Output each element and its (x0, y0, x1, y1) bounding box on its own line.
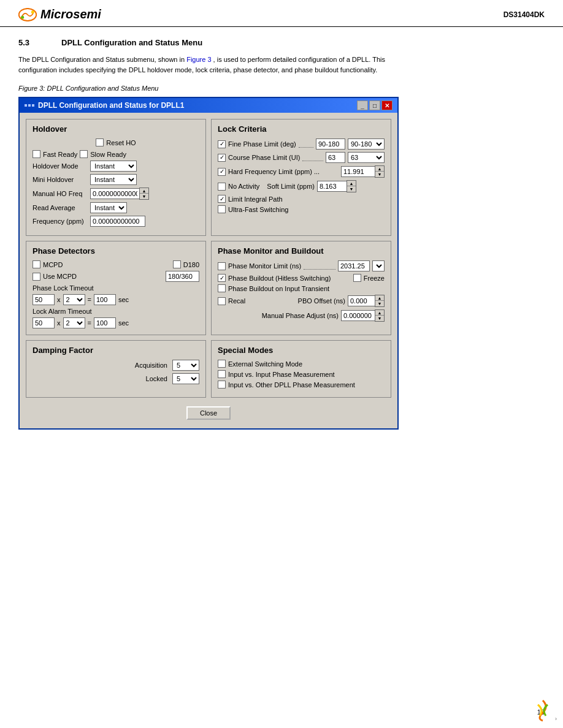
manual-ho-freq-down[interactable]: ▼ (140, 194, 148, 199)
pbo-offset-up[interactable]: ▲ (375, 295, 384, 301)
pbo-offset-down[interactable]: ▼ (375, 301, 384, 306)
hard-freq-spinner-buttons: ▲ ▼ (375, 165, 385, 178)
lat-val2-select[interactable]: 214 (63, 317, 85, 328)
manual-phase-spinner-buttons: ▲ ▼ (375, 309, 385, 322)
fine-phase-checkbox[interactable] (218, 140, 226, 148)
read-average-label: Read Average (33, 204, 88, 211)
course-phase-select[interactable]: 6331 (348, 152, 385, 163)
ready-row: Fast Ready Slow Ready (33, 150, 199, 158)
course-phase-dots (302, 154, 323, 161)
no-activity-label: No Activity (228, 183, 259, 190)
manual-phase-label: Manual Phase Adjust (ns) (262, 312, 339, 319)
mcpd-checkbox[interactable] (33, 260, 40, 268)
lat-result-input[interactable] (94, 317, 116, 328)
phase-monitor-limit-select[interactable]: ▼ (372, 260, 385, 271)
plt-eq-row: x 214 = sec (33, 294, 199, 305)
d180-label: D180 (183, 261, 199, 268)
soft-limit-up[interactable]: ▲ (347, 181, 356, 186)
plt-val1-input[interactable] (33, 294, 55, 305)
hard-freq-input[interactable] (341, 166, 375, 177)
manual-phase-row: Manual Phase Adjust (ns) ▲ ▼ (218, 309, 385, 322)
phase-monitor-limit-checkbox[interactable] (218, 262, 226, 270)
manual-phase-up[interactable]: ▲ (375, 310, 384, 316)
pm-dots (304, 262, 335, 270)
freeze-checkbox[interactable] (353, 274, 361, 282)
soft-limit-down[interactable]: ▼ (347, 186, 356, 192)
mini-holdover-select[interactable]: Instant Averaging (90, 174, 137, 185)
middle-grid: Phase Detectors MCPD D180 Use MCPD (26, 241, 391, 335)
holdover-mode-select[interactable]: Instant Averaging Manual (90, 161, 137, 172)
phase-monitor-limit-input[interactable] (338, 260, 370, 271)
maximize-button[interactable]: □ (369, 100, 380, 110)
holdover-panel: Holdover Reset HO Fast Ready Slow Ready (26, 119, 206, 236)
input-vs-input-row: Input vs. Input Phase Measurement (218, 370, 385, 378)
limit-integral-checkbox[interactable] (218, 195, 226, 203)
manual-phase-down[interactable]: ▼ (375, 316, 384, 321)
ultra-fast-row: Ultra-Fast Switching (218, 205, 385, 213)
window-controls[interactable]: _ □ ✕ (357, 100, 393, 110)
phase-buildout-label: Phase Buildout (Hitless Switching) (228, 275, 331, 282)
soft-limit-input[interactable] (317, 181, 347, 192)
soft-limit-spinner[interactable]: ▲ ▼ (317, 180, 356, 192)
close-button[interactable]: Close (186, 406, 231, 420)
pbo-offset-spinner[interactable]: ▲ ▼ (348, 295, 385, 307)
no-activity-row: No Activity Soft Limit (ppm) ▲ ▼ (218, 180, 385, 192)
fine-phase-select[interactable]: 90-18045-90 (348, 138, 385, 150)
svg-point-1 (31, 10, 34, 13)
hard-freq-up[interactable]: ▲ (375, 166, 384, 172)
manual-phase-spinner[interactable]: ▲ ▼ (341, 309, 385, 322)
lat-unit-label: sec (118, 319, 129, 327)
phase-detectors-panel: Phase Detectors MCPD D180 Use MCPD (26, 241, 206, 335)
slow-ready-checkbox[interactable] (80, 150, 88, 158)
course-phase-checkbox[interactable] (218, 154, 226, 162)
hard-freq-spinner[interactable]: ▲ ▼ (341, 165, 385, 178)
no-activity-checkbox[interactable] (218, 183, 226, 191)
section-number: 5.3 (18, 38, 43, 47)
mcpd-d180-row: MCPD D180 (33, 260, 199, 268)
titlebar-dots (25, 104, 34, 107)
phase-buildout-row: Phase Buildout (Hitless Switching) Freez… (218, 274, 385, 282)
locked-select[interactable]: 51234 (172, 373, 199, 384)
limit-integral-row: Limit Integral Path (218, 195, 385, 203)
d180-checkbox[interactable] (173, 260, 181, 268)
ultra-fast-checkbox[interactable] (218, 205, 226, 213)
pbo-offset-spinner-buttons: ▲ ▼ (375, 295, 385, 307)
lat-val1-input[interactable] (33, 317, 55, 328)
course-phase-input[interactable] (326, 152, 345, 163)
recal-checkbox[interactable] (218, 297, 226, 305)
manual-phase-input[interactable] (341, 310, 375, 321)
slow-ready-label: Slow Ready (90, 151, 126, 158)
close-window-button[interactable]: ✕ (381, 100, 393, 110)
manual-ho-freq-spinner[interactable]: ▲ ▼ (90, 188, 149, 200)
minimize-button[interactable]: _ (357, 100, 368, 110)
use-mcpd-input[interactable] (166, 271, 199, 282)
external-switching-checkbox[interactable] (218, 360, 226, 368)
locked-label: Locked (146, 375, 167, 382)
fine-phase-input[interactable] (316, 138, 345, 150)
figure-link[interactable]: Figure 3 (186, 56, 211, 63)
input-vs-input-checkbox[interactable] (218, 370, 226, 378)
fast-ready-checkbox[interactable] (33, 150, 40, 158)
fast-ready-label: Fast Ready (43, 151, 77, 158)
plt-val2-select[interactable]: 214 (63, 294, 85, 305)
manual-ho-freq-up[interactable]: ▲ (140, 188, 148, 194)
phase-buildout-checkbox[interactable] (218, 274, 226, 282)
reset-ho-row: Reset HO (33, 138, 199, 146)
hard-freq-checkbox[interactable] (218, 168, 226, 176)
acquisition-select[interactable]: 51234 (172, 360, 199, 371)
figure-caption: Figure 3: DPLL Configuration and Status … (18, 85, 545, 92)
hard-freq-down[interactable]: ▼ (375, 172, 384, 177)
pbo-offset-input[interactable] (348, 295, 375, 306)
fine-phase-dots (299, 140, 313, 148)
arrow-right-icon: › (555, 716, 557, 722)
use-mcpd-checkbox[interactable] (33, 273, 40, 281)
manual-ho-freq-input[interactable] (90, 188, 139, 199)
plt-result-input[interactable] (94, 294, 116, 305)
section-title: DPLL Configuration and Status Menu (61, 38, 202, 47)
input-vs-other-checkbox[interactable] (218, 381, 226, 389)
frequency-input[interactable] (90, 216, 145, 227)
lat-eq-row: x 214 = sec (33, 317, 199, 328)
phase-buildout-input-checkbox[interactable] (218, 284, 226, 292)
reset-ho-checkbox[interactable] (96, 138, 104, 146)
read-average-select[interactable]: Instant 10s 60s (90, 202, 127, 213)
